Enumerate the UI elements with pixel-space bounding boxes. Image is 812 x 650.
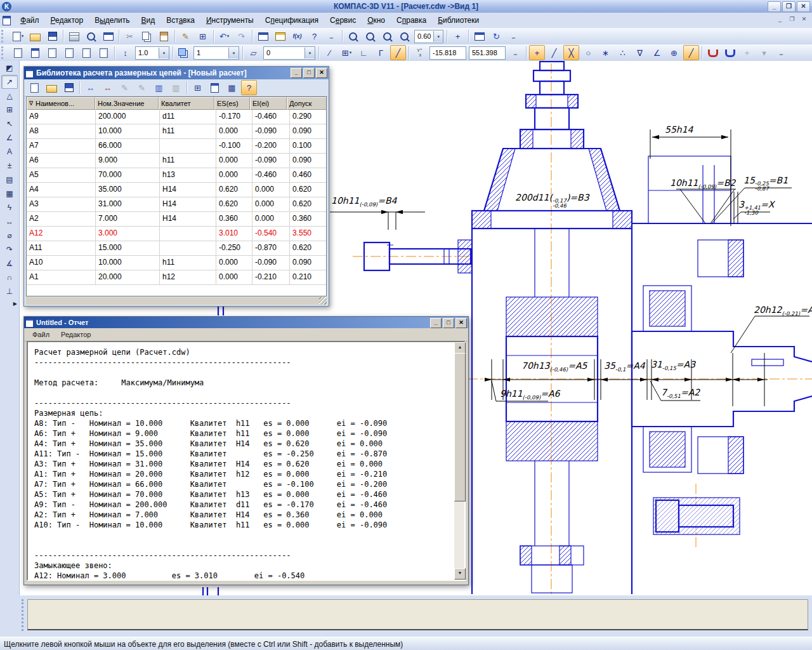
context-help-button[interactable]: ?: [306, 29, 322, 44]
report-menu-1[interactable]: Файл: [27, 329, 55, 340]
dlg-report-button[interactable]: [207, 80, 223, 95]
scroll-thumb[interactable]: [454, 353, 466, 501]
chevron-down-icon[interactable]: ▾: [433, 31, 443, 42]
table-row[interactable]: A570.000h130.000-0.4600.460+: [27, 168, 326, 183]
magnet-all-button[interactable]: [705, 45, 721, 60]
zoom-in-out-button[interactable]: [379, 29, 395, 44]
menu-8[interactable]: Сервис: [324, 13, 362, 27]
dlg-write-dims-button[interactable]: ▥: [168, 80, 184, 95]
linear-dimension-button[interactable]: ↔: [1, 215, 18, 229]
report-titlebar[interactable]: Untitled - Отчет _ □ ✕: [24, 317, 468, 328]
table-row[interactable]: A1115.000-0.250-0.8700.620-: [27, 241, 326, 256]
toolbar-overflow[interactable]: ₌: [508, 45, 523, 60]
report-close-button[interactable]: ✕: [455, 318, 467, 328]
menu-5[interactable]: Вставка: [160, 13, 200, 27]
toolbar-overflow[interactable]: ₌: [324, 29, 339, 44]
minimize-button[interactable]: _: [768, 1, 781, 12]
snap-midpoint-button[interactable]: ∗: [598, 45, 613, 60]
close-button[interactable]: ✕: [797, 1, 810, 12]
vertex-edit-button[interactable]: △: [1, 89, 18, 103]
doc-restore-button[interactable]: ❐: [787, 15, 797, 25]
menu-1[interactable]: Файл: [15, 13, 45, 27]
snap-list-button[interactable]: ▾: [756, 45, 772, 60]
dialog-minimize-button[interactable]: _: [291, 68, 302, 78]
dialog-close-button[interactable]: ✕: [316, 68, 327, 78]
current-view-combo[interactable]: 1▾: [193, 46, 239, 60]
doc-close-button[interactable]: ✕: [799, 15, 809, 25]
sort-icon[interactable]: ∇: [29, 100, 33, 107]
menu-9[interactable]: Окно: [362, 13, 391, 27]
property-panel-empty[interactable]: [27, 599, 808, 630]
show-document-button[interactable]: [255, 29, 271, 44]
menu-4[interactable]: Вид: [136, 13, 161, 27]
scroll-up-button[interactable]: ▲: [454, 342, 466, 354]
report-scrollbar[interactable]: ▲ ▼: [454, 342, 464, 580]
table-row[interactable]: A123.0003.010-0.5403.550+: [27, 227, 326, 241]
dlg-save-button[interactable]: [61, 80, 77, 95]
ortho-button[interactable]: Γ: [373, 45, 389, 60]
menu-6[interactable]: Инструменты: [200, 13, 259, 27]
zoom-combo[interactable]: 0.60▾: [414, 30, 443, 43]
paste-button[interactable]: [156, 29, 172, 44]
add-snap-button[interactable]: +: [739, 45, 755, 60]
part3d-doc-button[interactable]: [79, 45, 95, 60]
grid-fill-button[interactable]: ⊞: [1, 103, 18, 117]
diameter-dimension-button[interactable]: ⌀: [1, 229, 18, 242]
report-body[interactable]: Расчет размерной цепи (Расчет.cdw) -----…: [27, 341, 466, 581]
dialog-titlebar[interactable]: Библиотека расчета размерных цепей - [Но…: [24, 67, 329, 79]
coord-y-field[interactable]: 551.398: [469, 46, 506, 60]
specification-button[interactable]: ⊞: [195, 29, 211, 44]
undo-button[interactable]: ↶▾: [216, 29, 232, 44]
column-header-1[interactable]: ∇Наименов...: [27, 97, 95, 110]
pan-button[interactable]: +: [450, 29, 466, 44]
table-row[interactable]: A69.000h110.000-0.0900.090+: [27, 154, 326, 168]
table-row[interactable]: A9200.000d11-0.170-0.4600.290-: [27, 110, 326, 124]
resize-grip[interactable]: [319, 297, 327, 305]
document-properties-button[interactable]: [100, 29, 116, 44]
column-header-5[interactable]: EI(ei): [250, 97, 287, 110]
toolbar-grip[interactable]: [1, 46, 7, 59]
table-row[interactable]: A331.000H140.6200.0000.620+: [27, 197, 326, 212]
menu-3[interactable]: Выделить: [89, 13, 135, 27]
zoom-window-button[interactable]: [362, 29, 378, 44]
text-doc-button[interactable]: [44, 45, 60, 60]
fragment-doc-button[interactable]: [10, 45, 26, 60]
refresh-image-button[interactable]: ↻: [488, 29, 504, 44]
table-row[interactable]: A810.000h110.000-0.0900.090-: [27, 124, 326, 139]
print-preview-button[interactable]: [83, 29, 99, 44]
table-row[interactable]: A27.000H140.3600.0000.360+: [27, 212, 326, 227]
plus-minus-button[interactable]: ±: [1, 159, 18, 173]
dialog-maximize-button[interactable]: □: [303, 68, 315, 78]
table-row[interactable]: A766.000-0.100-0.2000.100+: [27, 139, 326, 154]
menu-11[interactable]: Библиотеки: [432, 13, 485, 27]
report-maximize-button[interactable]: □: [443, 318, 454, 328]
save-document-button[interactable]: [44, 29, 60, 44]
column-header-4[interactable]: ES(es): [214, 97, 250, 110]
toolbar-grip[interactable]: [1, 30, 7, 43]
snap-tangent-button[interactable]: ╱: [683, 45, 699, 60]
grid-button[interactable]: ⊞▾: [339, 45, 355, 60]
arc-dimension-button[interactable]: ∩: [1, 270, 18, 284]
report-minimize-button[interactable]: _: [430, 318, 442, 328]
assembly3d-doc-button[interactable]: [96, 45, 112, 60]
edit-tool-button[interactable]: ↖: [1, 117, 18, 131]
column-header-6[interactable]: Допуск: [287, 97, 327, 110]
redo-button[interactable]: ↷: [233, 29, 249, 44]
snap-align-button[interactable]: ∠: [649, 45, 665, 60]
open-document-button[interactable]: [27, 29, 43, 44]
chevron-down-icon[interactable]: ▾: [159, 48, 169, 58]
slope-button[interactable]: ∕: [322, 45, 337, 60]
dlg-edit-link-button[interactable]: ✎: [117, 80, 133, 95]
snap-roundoff-button[interactable]: ╱: [390, 45, 406, 60]
dialog-table[interactable]: ∇Наименов...Ном.ЗначениеКвалитетES(es)EI…: [26, 96, 327, 296]
zoom-scale-button[interactable]: [396, 29, 412, 44]
dlg-add-closing-link-button[interactable]: ↔: [100, 80, 115, 95]
cut-button[interactable]: ✂: [122, 29, 138, 44]
local-csys-button[interactable]: ∟: [356, 45, 372, 60]
snap-nearest-button[interactable]: ╱: [546, 45, 562, 60]
panel-grip[interactable]: [22, 599, 26, 631]
save-fragment-button[interactable]: ▤: [1, 173, 18, 187]
brush-format-button[interactable]: ✎: [178, 29, 193, 44]
snap-angle-button[interactable]: ∇: [632, 45, 648, 60]
column-header-2[interactable]: Ном.Значение: [95, 97, 159, 110]
